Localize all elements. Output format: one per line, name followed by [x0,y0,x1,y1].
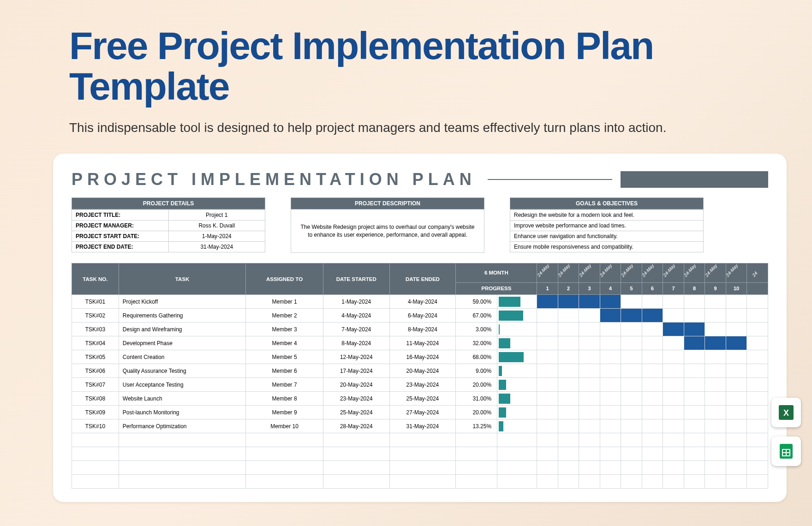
task-row: TSK#07 User Acceptance Testing Member 7 … [72,378,768,392]
gantt-cell [726,309,747,323]
task-progress-value: 20.00% [456,406,497,419]
gantt-bar [705,336,726,350]
day-label: 24-May [621,263,642,282]
task-progress-bar-cell [497,323,537,336]
task-progress-value: 31.00% [456,392,497,406]
task-progress-value: 20.00% [456,378,497,392]
gantt-cell [705,295,726,309]
gantt-cell [642,323,663,336]
task-end: 23-May-2024 [389,378,456,392]
task-name: Project Kickoff [119,295,245,309]
task-end: 27-May-2024 [389,406,456,419]
task-start: 1-May-2024 [323,295,389,309]
page-subtitle: This indispensable tool is designed to h… [69,120,812,135]
gantt-cell [537,350,558,364]
task-no: TSK#05 [72,350,119,364]
gantt-cell [684,295,705,309]
col-progress: PROGRESS [456,282,537,295]
gantt-cell [600,378,621,392]
day-label: 24-May [558,263,579,282]
gantt-cell [684,364,705,378]
task-progress-bar-cell [497,392,537,406]
gantt-cell [558,295,579,309]
gantt-cell [726,364,747,378]
gantt-cell [558,309,579,323]
gantt-cell [642,378,663,392]
info-row: PROJECT DETAILS PROJECT TITLE:Project 1 … [72,197,768,253]
gantt-cell [600,364,621,378]
header-rule [488,179,612,180]
task-no: TSK#08 [72,392,119,406]
gantt-cell [705,309,726,323]
gantt-bar [684,323,705,336]
gantt-cell [621,364,642,378]
gantt-cell [558,336,579,350]
task-end: 6-May-2024 [389,309,456,323]
gantt-cell [621,350,642,364]
detail-value: 31-May-2024 [168,242,265,252]
progress-bar [499,324,500,335]
day-num: 2 [558,282,579,295]
task-assigned: Member 3 [246,323,323,336]
gantt-cell [684,378,705,392]
gantt-cell [537,378,558,392]
task-name: Website Launch [119,392,245,406]
plan-header: PROJECT IMPLEMENTATION PLAN [72,170,768,189]
day-label: 24-May [579,263,600,282]
task-assigned: Member 7 [246,378,323,392]
task-row: TSK#05 Content Creation Member 5 12-May-… [72,350,768,364]
task-progress-bar-cell [497,309,537,323]
task-progress-bar-cell [497,350,537,364]
gantt-cell [747,364,768,378]
tasks-table: TASK NO. TASK ASSIGNED TO DATE STARTED D… [72,263,768,489]
day-label: 24-May [705,263,726,282]
task-progress-value: 3.00% [456,323,497,336]
gantt-cell [642,419,663,433]
task-no: TSK#09 [72,406,119,419]
gantt-cell [621,295,642,309]
task-name: Post-launch Monitoring [119,406,245,419]
task-row: TSK#04 Development Phase Member 4 8-May-… [72,336,768,350]
gantt-cell [705,364,726,378]
progress-bar [499,407,506,418]
gantt-cell [663,336,684,350]
gantt-cell [705,378,726,392]
gantt-cell [600,309,621,323]
task-no: TSK#03 [72,323,119,336]
gantt-cell [579,336,600,350]
header-block [621,171,768,188]
gantt-bar [621,309,642,322]
empty-row [72,433,768,447]
sheets-icon[interactable] [771,436,801,466]
day-num: 7 [663,282,684,295]
gantt-cell [747,336,768,350]
task-name: Development Phase [119,336,245,350]
task-no: TSK#04 [72,336,119,350]
task-row: TSK#03 Design and Wireframing Member 3 7… [72,323,768,336]
gantt-cell [600,336,621,350]
task-progress-value: 9.00% [456,364,497,378]
task-end: 25-May-2024 [389,392,456,406]
gantt-cell [579,364,600,378]
gantt-cell [537,323,558,336]
gantt-cell [579,323,600,336]
excel-icon[interactable]: X [771,398,801,427]
gantt-bar [600,295,621,308]
gantt-cell [621,336,642,350]
day-num: 8 [684,282,705,295]
day-num: 4 [600,282,621,295]
empty-row [72,461,768,475]
progress-bar [499,380,506,390]
gantt-cell [726,392,747,406]
task-start: 12-May-2024 [323,350,389,364]
gantt-cell [579,392,600,406]
gantt-cell [663,378,684,392]
gantt-bar [537,295,558,308]
description-text: The Website Redesign project aims to ove… [291,209,484,253]
col-started: DATE STARTED [323,263,389,295]
project-description-box: PROJECT DESCRIPTION The Website Redesign… [291,197,484,253]
task-row: TSK#10 Performance Optimization Member 1… [72,419,768,433]
task-name: Content Creation [119,350,245,364]
task-progress-bar-cell [497,406,537,419]
task-assigned: Member 5 [246,350,323,364]
